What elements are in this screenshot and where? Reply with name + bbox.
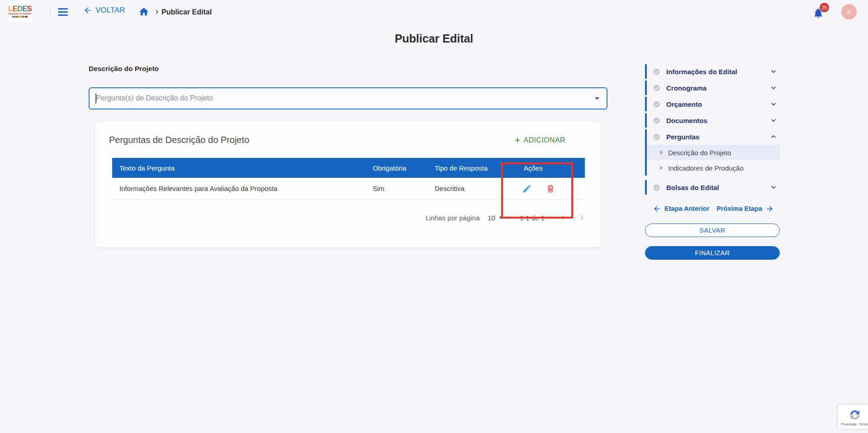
- table-row: Informações Relevantes para Avaliação da…: [112, 178, 585, 200]
- cell-obrigatoria: Sim: [365, 185, 427, 192]
- finish-button[interactable]: FINALIZAR: [645, 246, 780, 260]
- card-title: Perguntas de Descrição do Projeto: [109, 135, 249, 145]
- perguntas-card: Perguntas de Descrição do Projeto + ADIC…: [95, 121, 601, 247]
- back-button[interactable]: VOLTAR: [83, 6, 125, 15]
- check-circle-icon: [653, 117, 660, 124]
- back-label: VOLTAR: [95, 6, 125, 15]
- rows-per-page-arrow-icon: [499, 217, 503, 219]
- column-header-obrigatoria: Obrigatória: [365, 164, 427, 172]
- notification-badge: 25: [820, 3, 829, 12]
- arrow-left-icon: [83, 6, 92, 15]
- sidebar-group-perguntas: Perguntas Descrição do Projeto Indicador…: [645, 129, 780, 176]
- avatar[interactable]: A: [841, 4, 857, 19]
- column-header-acoes: Ações: [517, 164, 585, 172]
- table-header-row: Texto da Pergunta Obrigatória Tipo de Re…: [112, 158, 585, 178]
- recaptcha-label: Privacidade - Termos: [841, 423, 868, 426]
- logo-subtitle: Engenharia de Software: [8, 13, 31, 15]
- check-circle-icon: [653, 100, 660, 108]
- edit-icon[interactable]: [522, 184, 532, 194]
- rows-per-page-value: 10: [488, 214, 495, 222]
- chevron-down-icon: [769, 100, 778, 109]
- breadcrumb-current: Publicar Edital: [161, 8, 212, 16]
- logo-decoration: [12, 16, 28, 18]
- next-step-link[interactable]: Próxima Etapa: [716, 205, 774, 213]
- cell-tipo: Descritiva: [427, 185, 517, 192]
- next-page-icon[interactable]: [576, 212, 587, 223]
- add-button-label: ADICIONAR: [524, 136, 566, 144]
- logo-title: LEDES: [8, 5, 32, 13]
- topbar-divider: [50, 4, 50, 20]
- pagination: Linhas por página 10 1-1 de 1: [95, 212, 587, 223]
- select-placeholder: Pergunta(s) de Descrição do Projeto: [96, 94, 213, 102]
- check-circle-icon: [653, 68, 660, 76]
- arrow-left-icon: [653, 205, 661, 213]
- sidebar-item-cronograma[interactable]: Cronograma: [645, 81, 780, 95]
- delete-icon[interactable]: [545, 184, 555, 194]
- chevron-down-icon: [769, 116, 778, 125]
- dropdown-arrow-icon[interactable]: [595, 97, 599, 100]
- check-circle-icon: [653, 184, 660, 191]
- triangle-right-icon: [660, 166, 663, 170]
- plus-icon: +: [515, 136, 521, 144]
- home-icon[interactable]: [138, 6, 149, 17]
- previous-step-link[interactable]: Etapa Anterior: [653, 205, 709, 213]
- sidebar-item-perguntas[interactable]: Perguntas: [647, 129, 780, 144]
- chevron-down-icon: [769, 67, 778, 76]
- section-heading: Descrição do Projeto: [89, 65, 159, 73]
- app-logo[interactable]: LEDES Engenharia de Software: [8, 1, 32, 22]
- chevron-down-icon: [769, 83, 778, 92]
- breadcrumb-chevron-icon: [153, 8, 161, 16]
- steps-sidebar: Informações do Edital Cronograma Orçamen…: [645, 64, 780, 260]
- sidebar-subitem-indicadores-de-producao[interactable]: Indicadores de Produção: [647, 160, 780, 176]
- recaptcha-icon: [848, 408, 862, 422]
- add-button[interactable]: + ADICIONAR: [515, 136, 565, 144]
- notifications-button[interactable]: 25: [812, 5, 831, 20]
- save-button[interactable]: SALVAR: [645, 224, 780, 237]
- sidebar-subitem-descricao-do-projeto[interactable]: Descrição do Projeto: [647, 145, 780, 160]
- page-title: Publicar Edital: [0, 32, 868, 45]
- chevron-down-icon: [769, 183, 778, 192]
- sidebar-item-informacoes-do-edital[interactable]: Informações do Edital: [645, 64, 780, 79]
- recaptcha-badge[interactable]: Privacidade - Termos: [838, 404, 868, 429]
- sidebar-item-orcamento[interactable]: Orçamento: [645, 97, 780, 111]
- rows-per-page-select[interactable]: 10: [488, 214, 503, 222]
- topbar: LEDES Engenharia de Software VOLTAR Publ…: [0, 0, 868, 24]
- chevron-up-icon: [769, 132, 778, 141]
- rows-per-page-label: Linhas por página: [426, 214, 479, 222]
- sidebar-item-documentos[interactable]: Documentos: [645, 113, 780, 128]
- perguntas-table: Texto da Pergunta Obrigatória Tipo de Re…: [112, 158, 585, 200]
- column-header-texto: Texto da Pergunta: [112, 164, 365, 172]
- sidebar-item-bolsas-do-edital[interactable]: Bolsas do Edital: [645, 180, 780, 195]
- menu-icon[interactable]: [58, 6, 69, 17]
- column-header-tipo: Tipo de Resposta: [427, 164, 517, 172]
- cell-actions: [517, 184, 585, 194]
- perguntas-select[interactable]: Pergunta(s) de Descrição do Projeto: [89, 87, 607, 109]
- arrow-right-icon: [765, 205, 774, 213]
- triangle-right-icon: [660, 150, 663, 155]
- pagination-range: 1-1 de 1: [520, 214, 545, 222]
- previous-page-icon[interactable]: [557, 212, 568, 223]
- check-circle-icon: [653, 133, 660, 141]
- cell-texto: Informações Relevantes para Avaliação da…: [112, 185, 365, 192]
- check-circle-icon: [653, 84, 660, 92]
